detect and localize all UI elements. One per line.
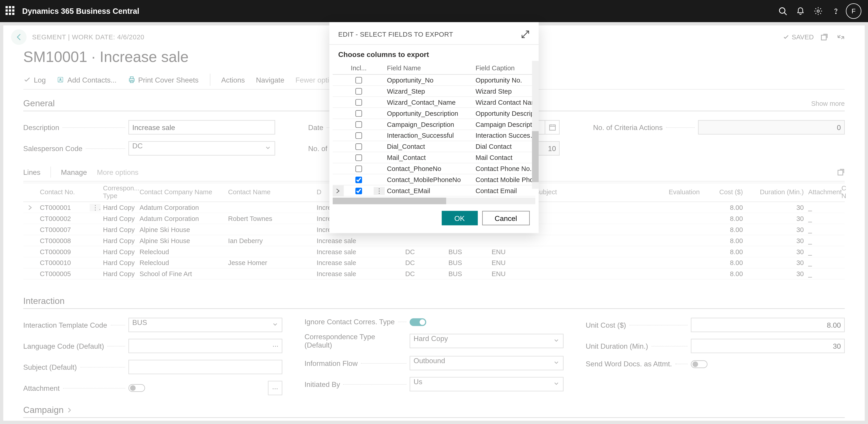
include-checkbox[interactable]: [355, 99, 362, 105]
export-fields-modal: EDIT - SELECT FIELDS TO EXPORT Choose co…: [329, 22, 539, 233]
modal-grid-header: Incl... Field Name Field Caption: [333, 61, 535, 74]
include-checkbox[interactable]: [355, 77, 362, 84]
include-checkbox[interactable]: [355, 143, 362, 150]
search-icon[interactable]: [774, 0, 792, 22]
bell-icon[interactable]: [792, 0, 809, 22]
modal-expand-icon[interactable]: [521, 30, 530, 39]
include-checkbox[interactable]: [355, 154, 362, 161]
help-icon[interactable]: [827, 0, 845, 22]
modal-row[interactable]: Dial_ContactDial Contact: [333, 141, 535, 152]
include-checkbox[interactable]: [355, 165, 362, 172]
include-checkbox[interactable]: [355, 110, 362, 117]
modal-row[interactable]: Contact_MobilePhoneNoContact Mobile Phon: [333, 174, 535, 185]
app-launcher-icon[interactable]: [5, 6, 16, 16]
include-checkbox[interactable]: [355, 132, 362, 139]
modal-row[interactable]: Wizard_Contact_NameWizard Contact Nam: [333, 97, 535, 108]
modal-vscrollbar[interactable]: [532, 61, 538, 189]
modal-row[interactable]: ⋮Contact_EMailContact Email: [333, 185, 535, 196]
svg-point-0: [779, 8, 785, 13]
modal-title: EDIT - SELECT FIELDS TO EXPORT: [338, 31, 453, 38]
modal-hscrollbar[interactable]: [333, 198, 535, 204]
svg-point-3: [835, 13, 836, 13]
modal-row[interactable]: Wizard_StepWizard Step: [333, 86, 535, 97]
modal-row[interactable]: Opportunity_DescriptionOpportunity Descr…: [333, 108, 535, 119]
include-checkbox[interactable]: [355, 121, 362, 128]
product-title: Dynamics 365 Business Central: [22, 6, 139, 16]
svg-line-1: [784, 13, 786, 15]
avatar[interactable]: F: [845, 0, 862, 22]
svg-point-2: [817, 10, 819, 12]
modal-subtitle: Choose columns to export: [329, 45, 539, 61]
ok-button[interactable]: OK: [442, 211, 477, 225]
avatar-initial: F: [851, 7, 856, 15]
include-checkbox[interactable]: [355, 177, 362, 183]
modal-row[interactable]: Interaction_SuccessfulInteraction Succes…: [333, 130, 535, 141]
modal-row[interactable]: Contact_PhoneNoContact Phone No.: [333, 163, 535, 174]
gear-icon[interactable]: [809, 0, 827, 22]
include-checkbox[interactable]: [355, 188, 362, 194]
modal-row[interactable]: Campaign_DescriptionCampaign Descriptic: [333, 119, 535, 130]
top-bar: Dynamics 365 Business Central F: [0, 0, 868, 22]
modal-row[interactable]: Mail_ContactMail Contact: [333, 152, 535, 163]
modal-row[interactable]: Opportunity_NoOpportunity No.: [333, 74, 535, 86]
include-checkbox[interactable]: [355, 88, 362, 94]
cancel-button[interactable]: Cancel: [482, 211, 530, 225]
